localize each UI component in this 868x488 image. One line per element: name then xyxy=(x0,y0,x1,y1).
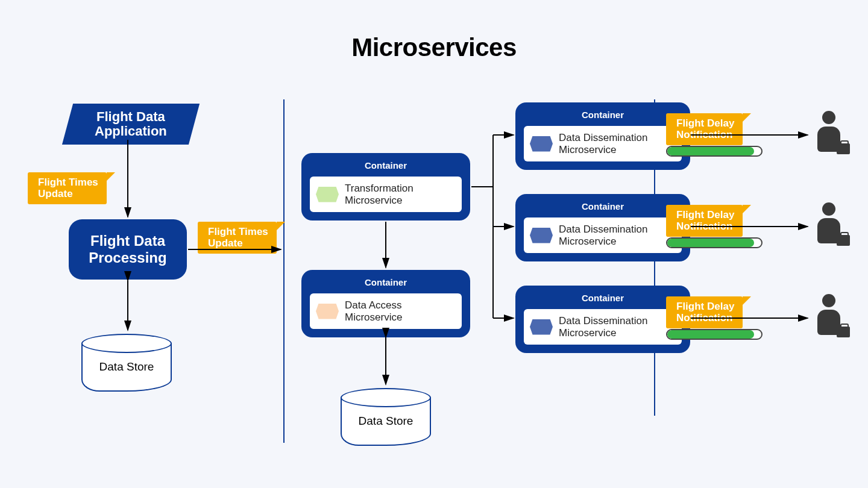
hexagon-icon xyxy=(530,319,553,335)
cylinder-shape: Data Store xyxy=(341,398,431,446)
flight-data-processing-label: Flight DataProcessing xyxy=(89,233,166,266)
flight-data-application: Flight DataApplication xyxy=(62,104,200,145)
progress-fill xyxy=(667,330,754,339)
progress-bar-3 xyxy=(666,329,763,340)
microservice-dissemination: Data DisseminationMicroservice xyxy=(524,309,682,345)
microservice-dissemination: Data DisseminationMicroservice xyxy=(524,217,682,253)
tag-flight-times-update-mid: Flight TimesUpdate xyxy=(198,222,277,254)
container-dissemination-3: Container Data DisseminationMicroservice xyxy=(515,286,690,353)
tag-label: Flight DelayNotification xyxy=(676,117,734,140)
person-body xyxy=(817,310,840,335)
person-icon-1 xyxy=(811,111,847,159)
tag-delay-notification-3: Flight DelayNotification xyxy=(666,296,743,328)
container-data-access: Container Data AccessMicroservice xyxy=(301,270,470,337)
briefcase-icon xyxy=(837,143,850,154)
briefcase-icon xyxy=(837,235,850,246)
flight-data-processing: Flight DataProcessing xyxy=(69,219,187,280)
cylinder-top xyxy=(341,388,431,407)
person-body xyxy=(817,218,840,243)
hexagon-icon xyxy=(530,228,553,243)
tag-label: Flight TimesUpdate xyxy=(38,177,98,199)
person-head xyxy=(822,202,835,216)
person-body xyxy=(817,127,840,152)
microservice-label: Data DisseminationMicroservice xyxy=(559,224,647,247)
separator-1 xyxy=(283,99,285,443)
tag-delay-notification-2: Flight DelayNotification xyxy=(666,205,743,237)
data-store-mid-label: Data Store xyxy=(342,414,430,428)
container-label: Container xyxy=(310,277,462,287)
briefcase-icon xyxy=(837,327,850,337)
container-label: Container xyxy=(524,201,682,211)
container-dissemination-2: Container Data DisseminationMicroservice xyxy=(515,194,690,261)
data-store-mid: Data Store xyxy=(341,398,431,446)
container-label: Container xyxy=(524,110,682,120)
progress-bar-1 xyxy=(666,146,763,157)
progress-bar-2 xyxy=(666,237,763,248)
person-head xyxy=(822,294,835,307)
person-icon-2 xyxy=(811,202,847,251)
container-label: Container xyxy=(310,160,462,170)
hexagon-icon xyxy=(316,187,339,202)
microservice-label: Data AccessMicroservice xyxy=(345,299,402,323)
microservice-data-access: Data AccessMicroservice xyxy=(310,293,462,329)
flight-data-application-label: Flight DataApplication xyxy=(95,110,167,139)
container-transformation: Container TransformationMicroservice xyxy=(301,153,470,221)
tag-flight-times-update-left: Flight TimesUpdate xyxy=(28,172,107,204)
data-store-left-label: Data Store xyxy=(83,360,171,374)
progress-fill xyxy=(667,239,754,247)
hexagon-icon xyxy=(316,304,339,319)
page-title: Microservices xyxy=(0,33,868,62)
person-head xyxy=(822,111,835,124)
microservice-label: Data DisseminationMicroservice xyxy=(559,315,647,339)
microservice-label: TransformationMicroservice xyxy=(345,183,414,206)
container-dissemination-1: Container Data DisseminationMicroservice xyxy=(515,102,690,170)
tag-label: Flight DelayNotification xyxy=(676,301,734,324)
person-icon-3 xyxy=(811,294,847,342)
microservice-label: Data DisseminationMicroservice xyxy=(559,132,647,155)
progress-fill xyxy=(667,147,754,155)
microservice-dissemination: Data DisseminationMicroservice xyxy=(524,126,682,161)
tag-label: Flight DelayNotification xyxy=(676,209,734,232)
cylinder-shape: Data Store xyxy=(81,343,172,392)
tag-delay-notification-1: Flight DelayNotification xyxy=(666,113,743,145)
data-store-left: Data Store xyxy=(81,343,172,392)
microservice-transformation: TransformationMicroservice xyxy=(310,177,462,212)
tag-label: Flight TimesUpdate xyxy=(208,226,268,249)
cylinder-top xyxy=(81,334,172,353)
hexagon-icon xyxy=(530,136,553,152)
container-label: Container xyxy=(524,293,682,303)
